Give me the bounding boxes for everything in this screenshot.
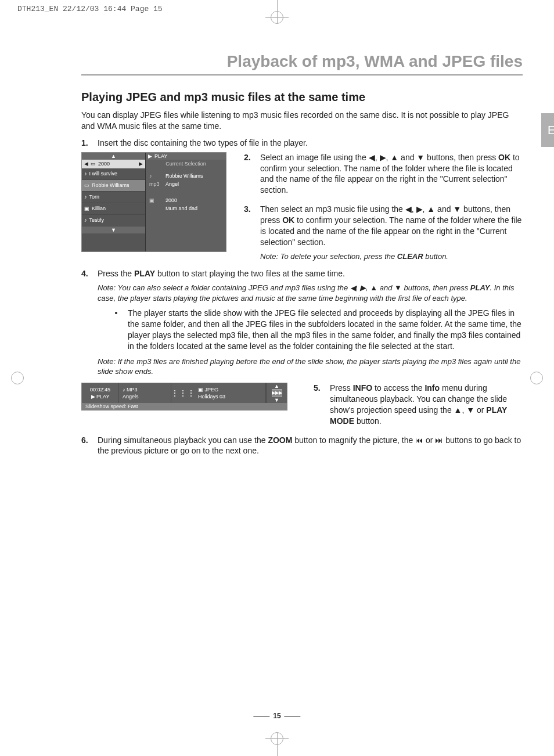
list-item-label: Torn (89, 194, 100, 200)
step-text: Press the PLAY button to start playing t… (98, 268, 523, 279)
print-job-header: DTH213_EN 22/12/03 16:44 Page 15 (17, 5, 163, 13)
row-value: 2000 (166, 197, 222, 203)
crop-mark-bottom (260, 721, 294, 756)
arrow-right-icon: ▶ (380, 153, 386, 162)
zoom-label: ZOOM (268, 435, 292, 445)
play-header: ▶PLAY (146, 153, 226, 160)
arrow-up-icon: ▲ (370, 283, 377, 292)
language-tab: EN (541, 113, 554, 147)
jpeg-label: JPEG (205, 387, 219, 393)
list-item: ▣Killian (82, 203, 145, 215)
row-value: Robbie Williams (166, 173, 222, 179)
list-item: ♪I will survive (82, 168, 145, 180)
step-number: 6. (81, 435, 98, 457)
step-number: 1. (81, 138, 98, 149)
bullet-dot: • (105, 308, 128, 352)
list-item-label: Killian (92, 206, 106, 211)
note-clear: Note: To delete your selection, press th… (260, 251, 523, 262)
skip-forward-icon: ⏭ (435, 435, 443, 445)
step-1: 1. Insert the disc containing the two ty… (81, 138, 523, 149)
music-note-icon: ♪ (84, 171, 87, 177)
arrow-down-icon: ▼ (274, 397, 279, 403)
list-item-label: I will survive (89, 171, 118, 177)
track-name: Angels (123, 394, 167, 399)
page-number: 15 (250, 712, 304, 720)
row-icon: ▣ (149, 197, 166, 203)
play-mode-icon: ▶▶▶ (272, 389, 282, 397)
play-label: PLAY (96, 394, 109, 399)
list-item: ♪Testify (82, 215, 145, 226)
info-menu-label: Info (425, 383, 440, 393)
mp3-label: MP3 (127, 387, 138, 393)
figure-file-browser: ▲ ◀ ▭2000 ▶ ♪I will survive ▭Robbie Will… (81, 152, 232, 252)
step-number: 2. (244, 152, 260, 196)
intro-paragraph: You can display JPEG files while listeni… (81, 110, 523, 132)
figure-playback-bar: 00:02:45 ▶ PLAY ♪ MP3 Angels ⋮⋮⋮ ▣ JPEG … (81, 383, 302, 411)
crop-mark-right (519, 361, 554, 395)
folder-name: 2000 (98, 161, 110, 167)
step-number: 4. (81, 268, 98, 279)
triangle-left-icon: ◀ (84, 161, 88, 167)
album-name: Holidays 03 (198, 394, 262, 399)
music-note-icon: ♪ (84, 217, 87, 223)
list-item-selected: ▭Robbie Williams (82, 180, 145, 192)
play-icon: ▶ (91, 394, 95, 399)
clear-label: CLEAR (397, 252, 423, 261)
arrow-left-icon: ◀ (369, 153, 375, 162)
scroll-up-arrow: ▲ (82, 153, 145, 160)
arrow-up-icon: ▲ (427, 204, 435, 214)
step-text: During simultaneous playback you can use… (98, 435, 523, 457)
arrow-down-icon: ▼ (453, 204, 461, 214)
current-selection-label: Current Selection (146, 160, 226, 168)
playback-time: 00:02:45 (90, 387, 110, 393)
step-text: Select an image file using the ◀, ▶, ▲ a… (260, 152, 523, 196)
arrow-right-icon: ▶ (360, 283, 366, 292)
section-title: Playing JPEG and mp3 music files at the … (81, 91, 523, 104)
play-label: PLAY (134, 269, 155, 278)
row-icon: mp3 (149, 181, 166, 187)
arrow-right-icon: ▶ (416, 204, 423, 214)
triangle-right-icon: ▶ (139, 161, 143, 167)
row-value: Angel (166, 181, 222, 187)
step-text: Then select an mp3 music file using the … (260, 204, 523, 248)
play-label: PLAY (154, 153, 167, 159)
arrow-left-icon: ◀ (350, 283, 356, 292)
step-6: 6. During simultaneous playback you can … (81, 435, 523, 457)
crop-mark-top (260, 0, 294, 35)
list-item: ♪Torn (82, 192, 145, 203)
note-mp3-loop: Note: If the mp3 files are finished play… (98, 357, 523, 377)
step-number: 5. (314, 383, 330, 427)
ok-label: OK (498, 153, 510, 162)
scroll-down-arrow: ▼ (82, 226, 145, 233)
ok-label: OK (282, 215, 294, 225)
bullet-item: • The player starts the slide show with … (105, 308, 523, 352)
step-2: 2. Select an image file using the ◀, ▶, … (244, 152, 523, 196)
step-4: 4. Press the PLAY button to start playin… (81, 268, 523, 279)
arrow-up-icon: ▲ (390, 153, 398, 162)
step-5: 5. Press INFO to access the Info menu du… (314, 383, 523, 427)
arrow-down-icon: ▼ (416, 153, 425, 162)
music-note-icon: ♪ (84, 194, 87, 200)
image-icon: ▣ (84, 206, 89, 211)
note-step4: Note: You can also select a folder conta… (98, 283, 523, 303)
step-text: Press INFO to access the Info menu durin… (330, 383, 523, 427)
music-note-icon: ♪ (123, 387, 125, 393)
step-text: Insert the disc containing the two types… (98, 138, 523, 149)
folder-icon: ▭ (91, 161, 96, 167)
list-item-label: Testify (89, 217, 105, 223)
camera-icon: ▣ (198, 387, 203, 393)
play-label: PLAY (470, 283, 490, 292)
step-number: 3. (244, 204, 260, 248)
arrow-up-icon: ▲ (274, 383, 279, 389)
play-icon: ▶ (148, 153, 152, 159)
menu-grid-icon: ⋮⋮⋮ (171, 383, 195, 403)
folder-icon: ▭ (84, 182, 89, 188)
row-value: Mum and dad (166, 206, 222, 211)
folder-header: ◀ ▭2000 ▶ (82, 160, 145, 168)
arrow-up-icon: ▲ (454, 405, 462, 415)
arrow-down-icon: ▼ (466, 405, 474, 415)
skip-back-icon: ⏮ (415, 435, 423, 445)
crop-mark-left (0, 361, 35, 395)
step-3: 3. Then select an mp3 music file using t… (244, 204, 523, 248)
slideshow-speed-label: Slideshow speed: Fast (82, 403, 287, 410)
